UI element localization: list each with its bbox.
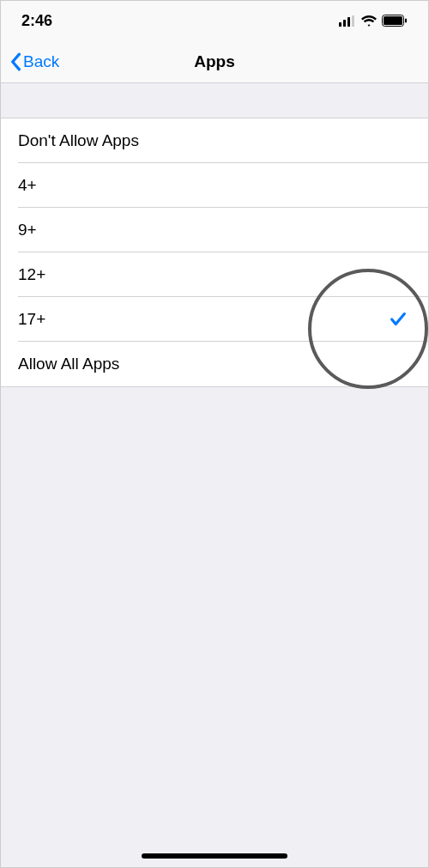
option-17plus[interactable]: 17+ — [1, 297, 428, 342]
back-label: Back — [23, 52, 59, 71]
option-label: 4+ — [18, 176, 37, 195]
rating-options-list: Don't Allow Apps 4+ 9+ 12+ 17+ Allow All… — [1, 118, 428, 387]
status-time: 2:46 — [21, 12, 52, 30]
option-dont-allow[interactable]: Don't Allow Apps — [1, 118, 428, 163]
option-label: 17+ — [18, 310, 45, 329]
svg-rect-3 — [352, 15, 354, 27]
section-spacer — [1, 83, 428, 118]
cellular-icon — [339, 15, 356, 27]
svg-rect-2 — [347, 17, 350, 27]
status-icons — [339, 15, 408, 27]
chevron-left-icon — [9, 52, 21, 71]
page-title: Apps — [194, 52, 235, 71]
nav-bar: Back Apps — [1, 40, 428, 83]
battery-icon — [382, 15, 408, 27]
option-label: Don't Allow Apps — [18, 131, 139, 150]
svg-rect-5 — [384, 16, 402, 25]
option-label: Allow All Apps — [18, 355, 119, 373]
wifi-icon — [361, 15, 377, 27]
svg-rect-0 — [339, 22, 341, 27]
content-filler — [1, 387, 428, 867]
option-4plus[interactable]: 4+ — [1, 163, 428, 208]
back-button[interactable]: Back — [9, 52, 59, 71]
option-9plus[interactable]: 9+ — [1, 208, 428, 252]
home-indicator[interactable] — [142, 853, 287, 859]
checkmark-icon — [389, 310, 408, 329]
option-label: 9+ — [18, 221, 37, 240]
svg-rect-1 — [343, 20, 346, 27]
option-12plus[interactable]: 12+ — [1, 252, 428, 297]
status-bar: 2:46 — [1, 1, 428, 40]
svg-rect-6 — [405, 19, 407, 23]
option-allow-all[interactable]: Allow All Apps — [1, 342, 428, 386]
option-label: 12+ — [18, 265, 45, 284]
